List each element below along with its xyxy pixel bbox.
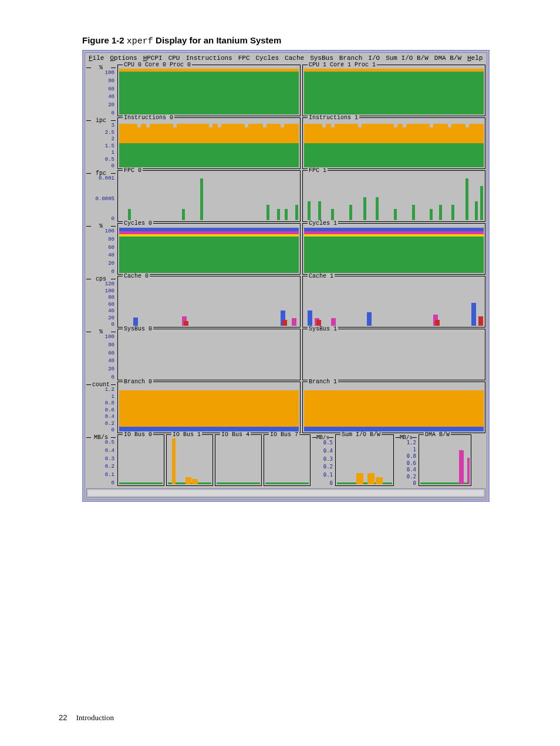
panel-sysbus-0: SysBus 0 bbox=[117, 329, 301, 380]
section-title: Introduction bbox=[76, 713, 114, 722]
metric-row: %100806040200CPU 0 Core 0 Proc 0CPU 1 Co… bbox=[86, 65, 485, 116]
menu-item-branch[interactable]: Branch bbox=[339, 55, 363, 62]
axis-count: count1.210.80.60.40.20 bbox=[86, 382, 116, 433]
menu-item-cpu[interactable]: CPU bbox=[168, 55, 180, 62]
panel-io-bus-7: IO Bus 7 bbox=[264, 434, 311, 486]
panel-cache-1: Cache 1 bbox=[302, 276, 485, 328]
axis-%: %100806040200 bbox=[86, 65, 116, 116]
horizontal-scrollbar[interactable] bbox=[86, 488, 485, 498]
figure-rest: Display for an Itanium System bbox=[156, 35, 281, 45]
menu-item-i-o[interactable]: I/O bbox=[368, 55, 380, 62]
menu-item-file[interactable]: File bbox=[89, 55, 104, 62]
axis-fpc: fpc0.0010.00050 bbox=[86, 170, 116, 222]
axis-cps: cps120100806040200 bbox=[86, 276, 116, 328]
panel-cycles-1: Cycles 1 bbox=[302, 223, 485, 275]
axis-%: %100806040200 bbox=[86, 223, 116, 275]
panel-io-bus-4: IO Bus 4 bbox=[215, 434, 262, 486]
menu-item-instructions[interactable]: Instructions bbox=[185, 55, 232, 62]
metric-row: fpc0.0010.00050FPC 0FPC 1 bbox=[86, 170, 485, 222]
figure-number: Figure 1-2 bbox=[82, 35, 124, 45]
menu-item-cache[interactable]: Cache bbox=[285, 55, 304, 62]
panel-instructions-0: Instructions 0 bbox=[117, 117, 301, 169]
xperf-window: FileOptionsHPCPICPUInstructionsFPCCycles… bbox=[82, 50, 490, 502]
metric-row: count1.210.80.60.40.20Branch 0Branch 1 bbox=[86, 382, 485, 433]
metric-row: ipc32.521.510.50Instructions 0Instructio… bbox=[86, 117, 485, 169]
panel-fpc-1: FPC 1 bbox=[302, 170, 485, 222]
panel-cache-0: Cache 0 bbox=[117, 276, 301, 328]
panel-branch-1: Branch 1 bbox=[302, 382, 485, 433]
axis-ipc: ipc32.521.510.50 bbox=[86, 117, 116, 169]
menu-item-sum-i-o-b-w[interactable]: Sum I/O B/W bbox=[386, 55, 429, 62]
axis-%: %100806040200 bbox=[86, 329, 116, 380]
menu-item-cycles[interactable]: Cycles bbox=[256, 55, 279, 62]
axis-MB/s: MB/s1.210.80.60.40.20 bbox=[396, 434, 417, 486]
panel-sysbus-1: SysBus 1 bbox=[302, 329, 485, 380]
page-footer: 22 Introduction bbox=[59, 713, 114, 723]
panel-sum-i-o-b-w: Sum I/O B/W bbox=[335, 434, 394, 486]
metric-row-io: MB/s0.50.40.30.20.10IO Bus 0IO Bus 1IO B… bbox=[86, 434, 485, 486]
menu-item-hpcpi[interactable]: HPCPI bbox=[143, 55, 163, 62]
axis-MB/s: MB/s0.50.40.30.20.10 bbox=[312, 434, 333, 486]
figure-caption: Figure 1-2 xperf Display for an Itanium … bbox=[82, 35, 495, 46]
panel-fpc-0: FPC 0 bbox=[117, 170, 301, 222]
panel-io-bus-0: IO Bus 0 bbox=[117, 434, 164, 486]
chart-rows: %100806040200CPU 0 Core 0 Proc 0CPU 1 Co… bbox=[85, 63, 487, 487]
page-number: 22 bbox=[59, 713, 67, 722]
menu-item-dma-b-w[interactable]: DMA B/W bbox=[434, 55, 461, 62]
metric-row: %100806040200SysBus 0SysBus 1 bbox=[86, 329, 485, 380]
metric-row: %100806040200Cycles 0Cycles 1 bbox=[86, 223, 485, 275]
menu-item-options[interactable]: Options bbox=[110, 55, 137, 62]
menu-item-help[interactable]: Help bbox=[467, 55, 483, 62]
panel-io-bus-1: IO Bus 1 bbox=[166, 434, 213, 486]
panel-branch-0: Branch 0 bbox=[117, 382, 301, 433]
menu-item-fpc[interactable]: FPC bbox=[238, 55, 250, 62]
panel-cpu-1-core-1-proc-1: CPU 1 Core 1 Proc 1 bbox=[302, 65, 485, 116]
panel-cycles-0: Cycles 0 bbox=[117, 223, 301, 275]
figure-code: xperf bbox=[127, 36, 153, 46]
metric-row: cps120100806040200Cache 0Cache 1 bbox=[86, 276, 485, 328]
panel-cpu-0-core-0-proc-0: CPU 0 Core 0 Proc 0 bbox=[117, 65, 301, 116]
panel-dma-b-w: DMA B/W bbox=[419, 434, 471, 486]
panel-instructions-1: Instructions 1 bbox=[302, 117, 485, 169]
axis-MB/s: MB/s0.50.40.30.20.10 bbox=[86, 434, 116, 486]
menu-item-sysbus[interactable]: SysBus bbox=[310, 55, 333, 62]
